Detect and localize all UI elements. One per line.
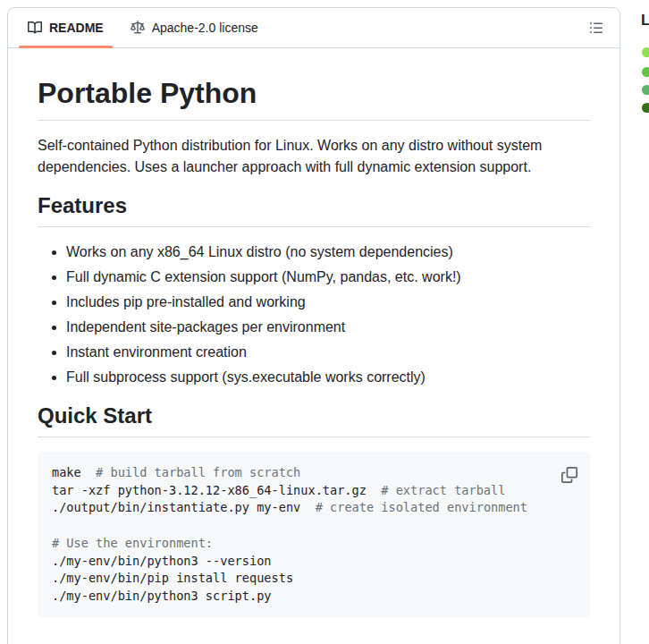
list-item: Independent site-packages per environmen…	[66, 317, 590, 338]
code-content: make # build tarball from scratchtar -xz…	[52, 464, 576, 606]
book-icon	[28, 21, 42, 35]
copy-icon	[561, 467, 577, 483]
language-color-dot	[642, 103, 649, 113]
code-line: ./output/bin/instantiate.py my-env # cre…	[52, 499, 576, 517]
languages-heading: L	[641, 12, 649, 30]
readme-card: README Apache-2.0 license Portable Pytho…	[7, 7, 620, 644]
features-list: Works on any x86_64 Linux distro (no sys…	[38, 242, 590, 388]
code-line: ./my-env/bin/python3 --version	[52, 553, 576, 571]
quick-start-heading: Quick Start	[38, 402, 590, 437]
features-heading: Features	[38, 192, 590, 227]
language-color-dot	[642, 67, 649, 77]
list-item: Includes pip pre-installed and working	[66, 292, 590, 313]
list-item: Full subprocess support (sys.executable …	[66, 367, 590, 388]
language-color-dot	[642, 47, 649, 57]
tab-readme[interactable]: README	[19, 8, 113, 47]
code-line: ./my-env/bin/python3 script.py	[52, 588, 576, 606]
code-line: tar -xzf python-3.12.12-x86_64-linux.tar…	[52, 482, 576, 500]
code-line: ./my-env/bin/pip install requests	[52, 570, 576, 588]
list-item: Instant environment creation	[66, 342, 590, 363]
list-item: Full dynamic C extension support (NumPy,…	[66, 267, 590, 288]
list-unordered-icon	[589, 21, 603, 35]
code-block: make # build tarball from scratchtar -xz…	[38, 452, 590, 618]
law-icon	[131, 21, 145, 35]
copy-button[interactable]	[557, 462, 582, 487]
right-sidebar-fragment: L	[640, 0, 649, 644]
language-color-dot	[642, 85, 649, 95]
readme-content: Portable Python Self-contained Python di…	[8, 48, 620, 644]
tab-license-label: Apache-2.0 license	[152, 21, 258, 35]
outline-button[interactable]	[582, 13, 611, 42]
code-line: # Use the environment:	[52, 535, 576, 553]
page-title: Portable Python	[38, 75, 590, 121]
code-line: make # build tarball from scratch	[52, 464, 576, 482]
tab-license[interactable]: Apache-2.0 license	[122, 8, 267, 47]
readme-tab-bar: README Apache-2.0 license	[8, 8, 620, 48]
intro-paragraph: Self-contained Python distribution for L…	[38, 135, 590, 178]
list-item: Works on any x86_64 Linux distro (no sys…	[66, 242, 590, 263]
tab-readme-label: README	[49, 21, 104, 35]
code-line	[52, 517, 576, 535]
